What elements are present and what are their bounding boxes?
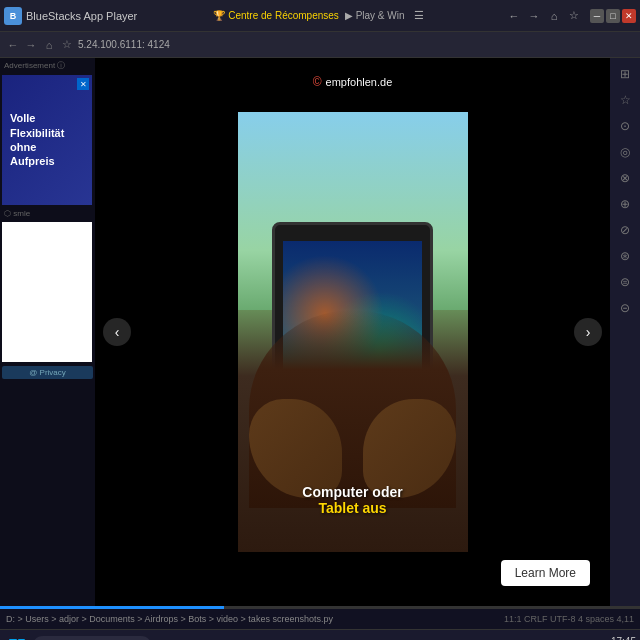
ad-title: Volle Flexibilität ohne Aufpreis <box>10 111 84 168</box>
taskbar-icon-files[interactable]: 📁 <box>212 634 238 641</box>
ad-banner-bottom[interactable] <box>2 222 92 362</box>
taskbar-icon-bluestacks[interactable]: B <box>240 634 266 641</box>
bookmark-icon[interactable]: ☆ <box>566 8 582 24</box>
badge-text: empfohlen.de <box>326 76 393 88</box>
taskbar-icon-firefox[interactable]: ◉ <box>184 634 210 641</box>
close-button[interactable]: ✕ <box>622 9 636 23</box>
url-text[interactable]: 5.24.100.6111: 4124 <box>78 39 634 50</box>
filepath-text: D: > Users > adjor > Documents > Airdrop… <box>6 614 333 624</box>
taskbar-search[interactable]: 🔍 Rechercher <box>32 636 152 641</box>
nav-back-icon[interactable]: ← <box>6 38 20 52</box>
settings-icon[interactable]: ☰ <box>411 8 427 24</box>
video-player: © empfohlen.de <box>95 58 610 606</box>
main-content: Advertisement ⓘ ✕ Volle Flexibilität ohn… <box>0 58 640 606</box>
sidebar-icon-8[interactable]: ⊜ <box>613 270 637 294</box>
sidebar-icon-7[interactable]: ⊛ <box>613 244 637 268</box>
nav-home-icon[interactable]: ⌂ <box>42 38 56 52</box>
home-icon[interactable]: ⌂ <box>546 8 562 24</box>
hands-area <box>249 310 456 508</box>
ad-small-label: ⬡ smle <box>0 207 95 220</box>
file-info: 11:1 CRLF UTF-8 4 spaces 4,11 <box>504 614 634 624</box>
sidebar-icon-5[interactable]: ⊕ <box>613 192 637 216</box>
sidebar-icon-9[interactable]: ⊝ <box>613 296 637 320</box>
system-clock[interactable]: 17:45 21/05/2024 <box>591 636 636 640</box>
sidebar-icon-4[interactable]: ⊗ <box>613 166 637 190</box>
sidebar-icon-3[interactable]: ◎ <box>613 140 637 164</box>
taskbar-icon-edge[interactable]: ᗕ <box>156 634 182 641</box>
title-bar: B BlueStacks App Player ← → ⌂ ☆ 🏆 Centre… <box>0 0 640 32</box>
minimize-button[interactable]: ─ <box>590 9 604 23</box>
ad-close-button[interactable]: ✕ <box>77 78 89 90</box>
taskbar-icons: ᗕ ◉ 📁 B ◆ <box>156 634 501 641</box>
forward-icon[interactable]: → <box>526 8 542 24</box>
subtitle-line2: Tablet aus <box>253 500 453 516</box>
right-sidebar: ⊞ ☆ ⊙ ◎ ⊗ ⊕ ⊘ ⊛ ⊜ ⊝ <box>610 58 640 606</box>
sidebar-expand-icon[interactable]: ⊞ <box>613 62 637 86</box>
video-area: © empfohlen.de <box>95 58 610 606</box>
maximize-button[interactable]: □ <box>606 9 620 23</box>
nav-bookmark-icon[interactable]: ☆ <box>60 38 74 52</box>
back-icon[interactable]: ← <box>506 8 522 24</box>
window-controls: ─ □ ✕ <box>590 9 636 23</box>
ad-label: Advertisement ⓘ <box>0 58 95 73</box>
filepath-bar: D: > Users > adjor > Documents > Airdrop… <box>0 609 640 629</box>
rewards-link[interactable]: 🏆 Centre de Récompenses <box>213 10 338 21</box>
left-sidebar: Advertisement ⓘ ✕ Volle Flexibilität ohn… <box>0 58 95 606</box>
sidebar-icon-1[interactable]: ☆ <box>613 88 637 112</box>
c-icon: © <box>313 75 322 89</box>
play-win-link[interactable]: ▶ Play & Win <box>345 10 405 21</box>
taskbar-icon-app[interactable]: ◆ <box>268 634 294 641</box>
sidebar-icon-6[interactable]: ⊘ <box>613 218 637 242</box>
ad-banner-top[interactable]: ✕ Volle Flexibilität ohne Aufpreis <box>2 75 92 205</box>
subtitle-line1: Computer oder <box>253 484 453 500</box>
app-logo: B <box>4 7 22 25</box>
video-subtitle: Computer oder Tablet aus <box>253 484 453 516</box>
start-button[interactable] <box>4 634 30 641</box>
nav-forward-icon[interactable]: → <box>24 38 38 52</box>
next-button[interactable]: › <box>574 318 602 346</box>
taskbar: 🔍 Rechercher ᗕ ◉ 📁 B ◆ ^ FRA DE 📶 🔊 🔋 17… <box>0 629 640 640</box>
system-tray: ^ FRA DE 📶 🔊 🔋 17:45 21/05/2024 <box>501 636 636 640</box>
center-toolbar: 🏆 Centre de Récompenses ▶ Play & Win ☰ <box>213 8 426 24</box>
privacy-button[interactable]: @ Privacy <box>2 366 93 379</box>
empfohlen-badge: © empfohlen.de <box>305 73 401 91</box>
sidebar-icon-2[interactable]: ⊙ <box>613 114 637 138</box>
address-bar: ← → ⌂ ☆ 5.24.100.6111: 4124 <box>0 32 640 58</box>
learn-more-button[interactable]: Learn More <box>501 560 590 586</box>
prev-button[interactable]: ‹ <box>103 318 131 346</box>
